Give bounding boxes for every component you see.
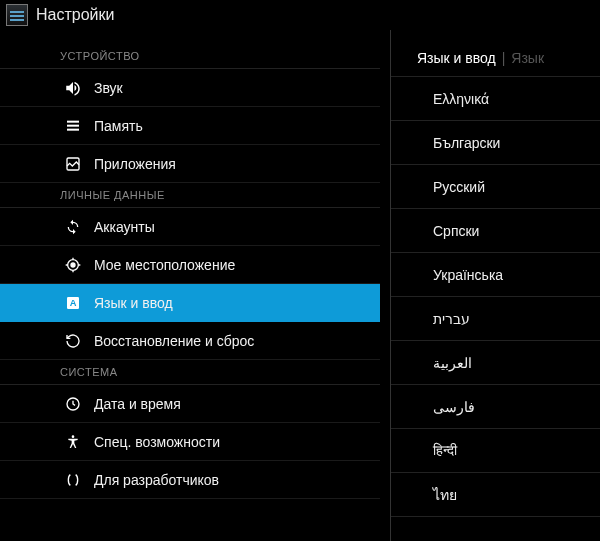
nav-item-developer[interactable]: Для разработчиков [0, 461, 380, 499]
language-list: Ελληνικά Български Русский Српски Україн… [391, 77, 600, 517]
nav-item-sound[interactable]: Звук [0, 69, 380, 107]
breadcrumb-separator: | [502, 50, 506, 66]
language-label: Български [433, 135, 500, 151]
list-item[interactable]: Українська [391, 253, 600, 297]
section-header-system: СИСТЕМА [0, 360, 380, 385]
section-header-device: УСТРОЙСТВО [0, 44, 380, 69]
app-header: Настройки [0, 0, 600, 30]
svg-rect-1 [67, 124, 79, 126]
svg-rect-0 [67, 120, 79, 122]
location-icon [64, 256, 82, 274]
nav-item-apps[interactable]: Приложения [0, 145, 380, 183]
content-columns: УСТРОЙСТВО Звук Память Приложения ЛИЧНЫЕ… [0, 30, 600, 541]
sound-icon [64, 79, 82, 97]
svg-text:A: A [70, 298, 77, 308]
list-item[interactable]: Српски [391, 209, 600, 253]
language-label: Українська [433, 267, 503, 283]
developer-icon [64, 471, 82, 489]
nav-label: Восстановление и сброс [64, 333, 254, 349]
language-label: Русский [433, 179, 485, 195]
list-item[interactable]: فارسی [391, 385, 600, 429]
nav-item-accessibility[interactable]: Спец. возможности [0, 423, 380, 461]
app-title: Настройки [36, 6, 114, 24]
nav-item-language[interactable]: A Язык и ввод [0, 284, 380, 322]
language-label: فارسی [433, 399, 475, 415]
nav-item-accounts[interactable]: Аккаунты [0, 208, 380, 246]
sync-icon [64, 218, 82, 236]
breadcrumb: Язык и ввод | Язык [391, 44, 600, 77]
language-label: हिन्दी [433, 442, 457, 459]
nav-item-datetime[interactable]: Дата и время [0, 385, 380, 423]
section-header-personal: ЛИЧНЫЕ ДАННЫЕ [0, 183, 380, 208]
language-label: Ελληνικά [433, 91, 489, 107]
backup-icon [64, 332, 82, 350]
apps-icon [64, 155, 82, 173]
nav-label: Мое местоположение [64, 257, 235, 273]
language-label: العربية [433, 355, 472, 371]
detail-panel: Язык и ввод | Язык Ελληνικά Български Ру… [390, 30, 600, 541]
list-item[interactable]: ไทย [391, 473, 600, 517]
nav-item-memory[interactable]: Память [0, 107, 380, 145]
nav-label: Спец. возможности [64, 434, 220, 450]
list-item[interactable]: Русский [391, 165, 600, 209]
list-item[interactable]: עברית [391, 297, 600, 341]
nav-item-backup[interactable]: Восстановление и сброс [0, 322, 380, 360]
storage-icon [64, 117, 82, 135]
clock-icon [64, 395, 82, 413]
nav-label: Для разработчиков [64, 472, 219, 488]
language-label: Српски [433, 223, 479, 239]
nav-item-location[interactable]: Мое местоположение [0, 246, 380, 284]
breadcrumb-active[interactable]: Язык и ввод [417, 50, 496, 66]
settings-nav: УСТРОЙСТВО Звук Память Приложения ЛИЧНЫЕ… [0, 30, 390, 541]
svg-rect-2 [67, 128, 79, 130]
accessibility-icon [64, 433, 82, 451]
list-item[interactable]: Ελληνικά [391, 77, 600, 121]
svg-point-5 [71, 263, 75, 267]
language-label: ไทย [433, 484, 457, 506]
language-label: עברית [433, 311, 470, 327]
list-item[interactable]: हिन्दी [391, 429, 600, 473]
settings-app-icon [6, 4, 28, 26]
breadcrumb-current: Язык [511, 50, 544, 66]
language-icon: A [64, 294, 82, 312]
list-item[interactable]: Български [391, 121, 600, 165]
list-item[interactable]: العربية [391, 341, 600, 385]
